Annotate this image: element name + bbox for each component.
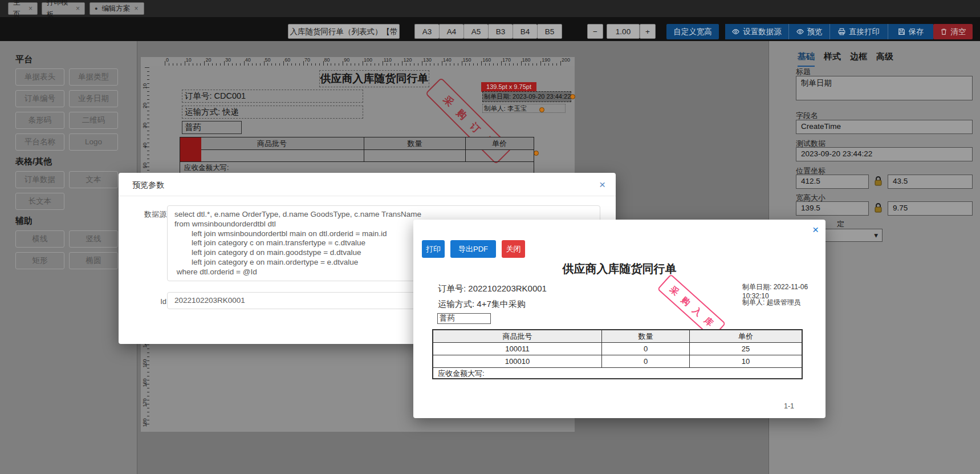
- clear-button[interactable]: 清空: [933, 24, 973, 39]
- tab-style[interactable]: 样式: [824, 51, 841, 62]
- size-h-field[interactable]: 9.75: [888, 201, 973, 216]
- sidebar-item-doc-type[interactable]: 单据类型: [69, 68, 118, 86]
- printer-icon: [838, 28, 845, 35]
- sidebar-item-order-no[interactable]: 订单编号: [15, 90, 64, 107]
- lock-icon[interactable]: [873, 202, 883, 213]
- direct-print-button[interactable]: 直接打印: [830, 24, 888, 39]
- preview-button[interactable]: 预览: [789, 24, 830, 39]
- pos-y-field[interactable]: 43.5: [888, 175, 973, 189]
- chevron-down-icon: ▾: [874, 230, 878, 240]
- horizontal-ruler: 0102030405060708090100110120130140150160…: [149, 57, 575, 66]
- ruler-tick: [540, 61, 541, 66]
- ruler-corner: [141, 57, 149, 66]
- ruler-tick: [521, 61, 522, 66]
- ruler-tick: [185, 61, 185, 66]
- sidebar-item-vline[interactable]: 竖线: [69, 230, 118, 248]
- ruler-number: 80: [324, 57, 330, 63]
- ruler-tick: [402, 61, 402, 66]
- sidebar-item-long-text[interactable]: 长文本: [15, 193, 64, 210]
- preview-order-no: 订单号: 2022102203RK0001: [438, 283, 547, 294]
- order-no-element[interactable]: 订单号: CDC001: [182, 90, 363, 103]
- paper-size-a5-button[interactable]: A5: [463, 24, 488, 39]
- datasource-label: 数据源: [144, 209, 166, 220]
- export-pdf-button[interactable]: 导出PDF: [450, 240, 496, 258]
- save-icon: [898, 28, 905, 35]
- resize-handle[interactable]: [539, 107, 544, 112]
- table-header-cell: 单价: [689, 330, 802, 342]
- test-data-field[interactable]: 2023-09-20 23:44:22: [796, 147, 973, 161]
- sidebar-item-qrcode[interactable]: 二维码: [69, 112, 118, 129]
- paper-size-b3-button[interactable]: B3: [488, 24, 513, 39]
- tab-edit-scheme[interactable]: ● 编辑方案 ×: [90, 2, 144, 15]
- ruler-number: 70: [304, 57, 310, 63]
- sidebar-item-barcode[interactable]: 条形码: [15, 112, 64, 129]
- table-footer-cell: 应收金额大写:: [180, 162, 534, 174]
- sidebar-item-doc-header[interactable]: 单据表头: [15, 68, 64, 86]
- sidebar-item-logo[interactable]: Logo: [69, 133, 118, 151]
- zoom-in-button[interactable]: +: [640, 24, 656, 39]
- ruler-number: 40: [142, 141, 148, 149]
- title-field[interactable]: 制单日期: [796, 76, 973, 100]
- sidebar-item-biz-date[interactable]: 业务日期: [69, 90, 118, 107]
- table-footer-cell: 应收金额大写:: [433, 368, 802, 380]
- tab-print-template[interactable]: 打印模板 ×: [42, 2, 85, 15]
- paper-size-a3-button[interactable]: A3: [414, 24, 439, 39]
- print-button[interactable]: 打印: [422, 240, 445, 258]
- doc-title-element[interactable]: 供应商入库随货同行单: [319, 70, 429, 87]
- close-icon[interactable]: ×: [29, 5, 32, 12]
- button-label: 自定义宽高: [673, 25, 712, 39]
- close-icon[interactable]: ×: [599, 179, 605, 190]
- field-name-field[interactable]: CreateTime: [796, 120, 973, 134]
- ruler-number: 100: [364, 57, 372, 63]
- section-title-auxiliary: 辅助: [15, 216, 32, 226]
- preview-transport: 运输方式: 4+7集中采购: [438, 299, 526, 310]
- ruler-number: 10: [186, 57, 192, 63]
- ruler-number: 90: [344, 57, 349, 63]
- order-data-table-element[interactable]: 商品批号 数量 单价 应收金额大写:: [180, 137, 534, 174]
- set-datasource-button[interactable]: 设置数据源: [725, 24, 789, 39]
- transport-element[interactable]: 运输方式: 快递: [182, 106, 363, 119]
- lock-icon[interactable]: [873, 176, 883, 187]
- sidebar-item-text[interactable]: 文本: [69, 171, 118, 188]
- made-date-element-selected[interactable]: 制单日期: 2023-09-20 23:44:22: [482, 91, 571, 102]
- size-w-field[interactable]: 139.5: [796, 201, 869, 216]
- tab-advanced[interactable]: 高级: [876, 51, 893, 62]
- maker-element[interactable]: 制单人: 李玉宝: [482, 104, 566, 113]
- preview-table: 商品批号 数量 单价 100011 0 25 100010 0 10 应收金额大…: [432, 329, 803, 379]
- zoom-out-button[interactable]: −: [587, 24, 603, 39]
- template-name-field[interactable]: 入库随货同行单（列表式）【带: [288, 24, 400, 39]
- paper-size-b4-button[interactable]: B4: [513, 24, 537, 39]
- drug-type-element[interactable]: 普药: [182, 121, 242, 134]
- table-header-cell: 数量: [601, 330, 689, 342]
- sidebar-item-rect[interactable]: 矩形: [15, 252, 64, 269]
- sidebar-item-hline[interactable]: 横线: [15, 230, 64, 248]
- app-window: 主页 × 打印模板 × ● 编辑方案 × 入库随货同行单（列表式）【带 A3 A…: [0, 0, 980, 474]
- close-icon[interactable]: ×: [76, 5, 80, 12]
- ruler-tick: [481, 61, 482, 66]
- pos-x-field[interactable]: 412.5: [796, 175, 869, 189]
- save-button[interactable]: 保存: [888, 24, 933, 39]
- tab-border[interactable]: 边框: [850, 51, 867, 62]
- selected-cell-marker[interactable]: [180, 137, 201, 161]
- resize-handle[interactable]: [570, 94, 575, 99]
- close-preview-button[interactable]: 关闭: [502, 240, 525, 258]
- ruler-number: 110: [384, 57, 392, 63]
- modal-divider: [119, 196, 616, 196]
- sidebar-item-order-data[interactable]: 订单数据: [15, 171, 64, 188]
- custom-size-button[interactable]: 自定义宽高: [666, 24, 719, 39]
- zoom-value-field[interactable]: 1.00: [607, 24, 640, 39]
- sidebar-item-platform-name[interactable]: 平台名称: [15, 133, 64, 151]
- ruler-tick: [422, 61, 422, 66]
- tab-basic[interactable]: 基础: [798, 51, 815, 67]
- close-icon[interactable]: ×: [134, 5, 138, 12]
- ruler-tick: [363, 61, 363, 66]
- sidebar-item-ellipse[interactable]: 椭圆: [69, 252, 118, 269]
- eye-icon: [732, 28, 739, 35]
- tab-home[interactable]: 主页 ×: [8, 2, 38, 15]
- paper-size-a4-button[interactable]: A4: [439, 24, 463, 39]
- ruler-number: 120: [403, 57, 412, 63]
- ruler-number: 140: [443, 57, 452, 63]
- paper-size-b5-button[interactable]: B5: [537, 24, 562, 39]
- close-icon[interactable]: ×: [812, 224, 819, 235]
- resize-handle[interactable]: [534, 151, 539, 156]
